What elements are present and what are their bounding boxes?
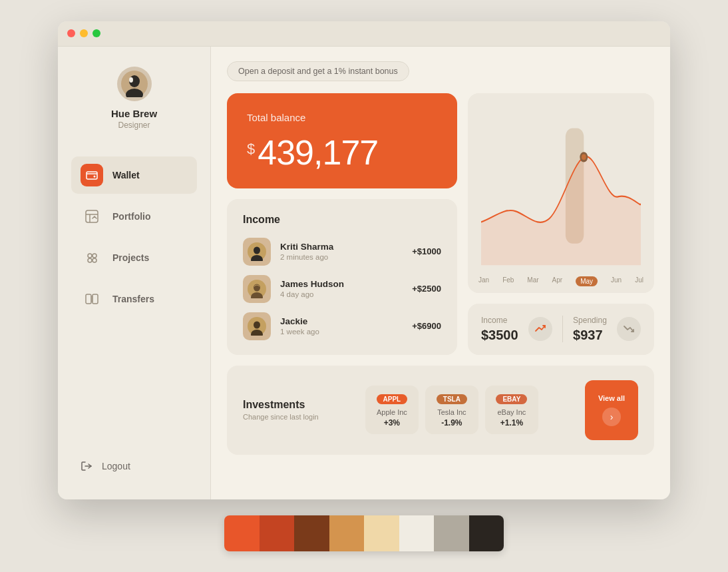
minimize-button[interactable] <box>80 29 88 37</box>
tsla-change: -1.9% <box>435 418 469 428</box>
close-button[interactable] <box>67 29 75 37</box>
wallet-label: Wallet <box>112 170 140 180</box>
avatar <box>117 67 152 101</box>
swatch-5 <box>364 515 399 551</box>
txn-name-2: James Hudson <box>280 279 403 289</box>
content-grid: Total balance $ 439,177 Income <box>227 93 654 355</box>
color-palette <box>224 515 504 551</box>
swatch-4 <box>329 515 365 551</box>
svg-point-7 <box>88 254 92 258</box>
promo-banner[interactable]: Open a deposit and get a 1% instant bonu… <box>227 61 409 81</box>
portfolio-icon <box>81 205 103 228</box>
svg-point-8 <box>92 254 96 258</box>
svg-rect-11 <box>86 294 91 304</box>
chart-month-mar: Mar <box>527 276 538 286</box>
txn-info-1: Kriti Sharma 2 minutes ago <box>280 242 403 261</box>
income-trend-icon <box>528 317 552 341</box>
chevron-right-icon: › <box>602 408 621 426</box>
chart-card: Jan Feb Mar Apr May Jun Jul <box>468 93 654 293</box>
title-bar <box>58 21 670 47</box>
wallet-icon <box>81 164 103 186</box>
sidebar: Hue Brew Designer Wallet <box>58 47 211 499</box>
appl-tag: APPL <box>377 394 408 404</box>
left-column: Total balance $ 439,177 Income <box>227 93 457 355</box>
stat-divider <box>562 316 563 342</box>
investments-title-section: Investments Change since last login <box>243 399 319 421</box>
spending-trend-icon <box>617 317 641 341</box>
spending-stat-label: Spending <box>573 316 607 325</box>
transaction-item: Kriti Sharma 2 minutes ago +$1000 <box>243 238 441 266</box>
sidebar-item-portfolio[interactable]: Portfolio <box>71 198 197 235</box>
txn-time-2: 4 day ago <box>280 290 403 298</box>
app-window: Hue Brew Designer Wallet <box>58 21 670 499</box>
txn-amount-2: +$2500 <box>412 284 441 294</box>
svg-point-20 <box>254 321 260 328</box>
balance-number: 439,177 <box>258 135 378 170</box>
investments-title: Investments <box>243 399 319 411</box>
user-profile: Hue Brew Designer <box>71 67 197 130</box>
chart-month-jun: Jun <box>611 276 622 286</box>
chart-months: Jan Feb Mar Apr May Jun Jul <box>478 276 643 286</box>
view-all-text: View all <box>598 394 625 402</box>
income-stat: Income $3500 <box>481 316 518 343</box>
svg-point-24 <box>582 154 586 160</box>
income-stat-label: Income <box>481 316 518 325</box>
svg-point-14 <box>254 246 260 254</box>
transfers-icon <box>81 288 103 310</box>
svg-rect-6 <box>86 210 98 222</box>
chart-svg <box>481 107 641 280</box>
chart-month-may: May <box>576 276 598 286</box>
svg-rect-4 <box>87 172 97 179</box>
investment-items: APPL Apple Inc +3% TSLA Tesla Inc -1.9% <box>329 386 574 434</box>
swatch-3 <box>294 515 329 551</box>
chart-month-feb: Feb <box>502 276 514 286</box>
income-stat-value: $3500 <box>481 328 518 343</box>
investments-subtitle: Change since last login <box>243 413 319 421</box>
portfolio-label: Portfolio <box>112 211 151 222</box>
logout-label: Logout <box>102 461 130 471</box>
projects-label: Projects <box>112 252 149 263</box>
chart-month-jan: Jan <box>478 276 489 286</box>
view-all-button[interactable]: View all › <box>585 380 638 440</box>
projects-icon <box>81 246 103 269</box>
txn-avatar-2 <box>243 275 271 303</box>
swatch-6 <box>399 515 435 551</box>
swatch-2 <box>260 515 295 551</box>
spending-stat: Spending $937 <box>573 316 607 343</box>
txn-avatar-1 <box>243 238 271 266</box>
currency-symbol: $ <box>247 141 255 158</box>
txn-time-1: 2 minutes ago <box>280 253 403 261</box>
txn-time-3: 1 week ago <box>280 328 403 336</box>
income-title: Income <box>243 214 441 226</box>
sidebar-item-transfers[interactable]: Transfers <box>71 280 197 318</box>
logout-icon <box>81 460 92 472</box>
logout-button[interactable]: Logout <box>71 453 197 479</box>
txn-amount-3: +$6900 <box>412 321 441 331</box>
user-role: Designer <box>118 121 150 130</box>
maximize-button[interactable] <box>92 29 100 37</box>
svg-rect-12 <box>92 294 98 304</box>
sidebar-item-projects[interactable]: Projects <box>71 239 197 276</box>
transaction-list: Kriti Sharma 2 minutes ago +$1000 <box>243 238 441 340</box>
right-column: Jan Feb Mar Apr May Jun Jul Income <box>468 93 654 355</box>
transaction-item: James Hudson 4 day ago +$2500 <box>243 275 441 303</box>
appl-change: +3% <box>375 418 409 428</box>
swatch-7 <box>434 515 469 551</box>
ebay-company: eBay Inc <box>494 408 529 416</box>
investment-item-appl: APPL Apple Inc +3% <box>365 386 419 434</box>
investments-card: Investments Change since last login APPL… <box>227 366 654 455</box>
ebay-change: +1.1% <box>494 418 529 428</box>
txn-info-2: James Hudson 4 day ago <box>280 279 403 298</box>
swatch-8 <box>469 515 504 551</box>
sidebar-item-wallet[interactable]: Wallet <box>71 156 197 194</box>
balance-card: Total balance $ 439,177 <box>227 93 457 188</box>
transaction-item: Jackie 1 week ago +$6900 <box>243 312 441 340</box>
svg-point-9 <box>88 258 92 262</box>
balance-title: Total balance <box>247 112 437 123</box>
app-body: Hue Brew Designer Wallet <box>58 47 670 499</box>
investment-item-tsla: TSLA Tesla Inc -1.9% <box>425 386 478 434</box>
main-content: Open a deposit and get a 1% instant bonu… <box>211 47 670 499</box>
investment-item-ebay: EBAY eBay Inc +1.1% <box>485 386 538 434</box>
stats-card: Income $3500 Spending $937 <box>468 304 654 355</box>
chart-month-jul: Jul <box>635 276 643 286</box>
